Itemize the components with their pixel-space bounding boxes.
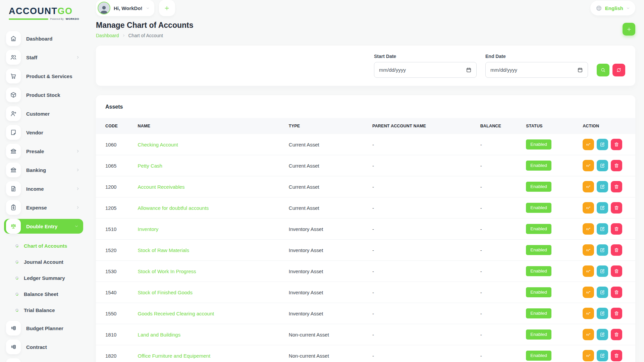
chevron-right-icon	[76, 187, 80, 191]
account-name-link[interactable]: Stock of Raw Materials	[138, 247, 189, 253]
trash-icon	[614, 226, 619, 232]
transactions-button[interactable]	[583, 181, 594, 192]
account-name-link[interactable]: Checking Account	[138, 142, 178, 147]
account-name-link[interactable]: Account Receivables	[138, 184, 185, 190]
start-date-input[interactable]: mm/dd/yyyy	[374, 62, 477, 78]
quick-add-button[interactable]	[159, 0, 175, 16]
delete-button[interactable]	[611, 181, 622, 192]
account-name-link[interactable]: Stock of Work In Progress	[138, 268, 196, 274]
transactions-button[interactable]	[583, 287, 594, 298]
status-badge: Enabled	[526, 182, 551, 192]
sidebar-item-income[interactable]: Income	[4, 181, 83, 196]
transactions-button[interactable]	[583, 308, 594, 319]
cell-balance: -	[476, 197, 522, 219]
delete-button[interactable]	[611, 308, 622, 319]
edit-button[interactable]	[597, 160, 608, 171]
status-badge: Enabled	[526, 308, 551, 318]
add-account-button[interactable]	[623, 23, 635, 36]
row-actions	[583, 160, 631, 171]
transactions-button[interactable]	[583, 265, 594, 277]
globe-icon	[596, 5, 602, 11]
edit-button[interactable]	[597, 350, 608, 361]
sidebar-item-vendor[interactable]: Vendor	[4, 125, 83, 140]
trash-icon	[614, 205, 619, 210]
calendar-icon[interactable]	[577, 67, 583, 73]
wave-icon	[586, 311, 591, 316]
edit-button[interactable]	[597, 202, 608, 214]
sidebar-item-product-services[interactable]: Product & Services	[4, 69, 83, 83]
edit-button[interactable]	[597, 139, 608, 150]
edit-button[interactable]	[597, 329, 608, 340]
account-name-link[interactable]: Allowance for doubtful accounts	[138, 205, 209, 211]
cell-code: 1530	[96, 261, 134, 282]
refresh-icon	[616, 67, 622, 73]
edit-button[interactable]	[597, 181, 608, 192]
search-button[interactable]	[597, 64, 609, 76]
coins-dollar-icon	[10, 344, 17, 350]
account-name-link[interactable]: Office Furniture and Equipement	[138, 353, 211, 359]
sidebar-item-contract[interactable]: Contract	[4, 340, 83, 354]
account-name-link[interactable]: Land and Buildings	[138, 332, 181, 338]
sidebar-item-double-entry[interactable]: Double Entry	[4, 219, 83, 234]
calendar-icon[interactable]	[466, 67, 472, 73]
sidebar-item-label: Dashboard	[26, 36, 52, 42]
sidebar-subitem-balance-sheet[interactable]: Balance Sheet	[4, 286, 83, 302]
bank-icon	[10, 148, 17, 155]
edit-button[interactable]	[597, 287, 608, 298]
sidebar-subitem-ledger-summary[interactable]: Ledger Summary	[4, 270, 83, 286]
cell-type: Inventory Asset	[285, 219, 368, 240]
bullet-icon	[15, 308, 19, 312]
sidebar-subitem-chart-of-accounts[interactable]: Chart of Accounts	[4, 238, 83, 254]
table-row: 1065 Petty Cash Current Asset - - Enable…	[96, 155, 635, 176]
transactions-button[interactable]	[583, 160, 594, 171]
cell-parent-account: -	[368, 261, 476, 282]
sidebar-item-expense[interactable]: Expense	[4, 200, 83, 215]
language-selector[interactable]: English	[590, 1, 635, 15]
delete-button[interactable]	[611, 139, 622, 150]
transactions-button[interactable]	[583, 350, 594, 361]
account-name-link[interactable]: Inventory	[138, 226, 159, 232]
sidebar-item-presale[interactable]: Presale	[4, 144, 83, 159]
transactions-button[interactable]	[583, 139, 594, 150]
wave-icon	[586, 247, 591, 253]
trash-icon	[614, 353, 619, 358]
transactions-button[interactable]	[583, 329, 594, 340]
end-date-input[interactable]: mm/dd/yyyy	[485, 62, 588, 78]
edit-icon	[600, 290, 605, 295]
sidebar-subitem-journal-account[interactable]: Journal Account	[4, 254, 83, 270]
delete-button[interactable]	[611, 160, 622, 171]
delete-button[interactable]	[611, 287, 622, 298]
delete-button[interactable]	[611, 244, 622, 256]
sidebar-item-customer[interactable]: Customer	[4, 106, 83, 121]
account-name-link[interactable]: Petty Cash	[138, 163, 162, 169]
edit-button[interactable]	[597, 308, 608, 319]
edit-button[interactable]	[597, 265, 608, 277]
page-head: Manage Chart of Accounts Dashboard Chart…	[96, 21, 635, 38]
delete-button[interactable]	[611, 202, 622, 214]
sidebar-item-staff[interactable]: Staff	[4, 50, 83, 65]
transactions-button[interactable]	[583, 202, 594, 214]
breadcrumb-dashboard-link[interactable]: Dashboard	[96, 33, 119, 38]
sidebar-item-dashboard[interactable]: Dashboard	[4, 31, 83, 46]
brand-logo[interactable]: ACCOUNTGO Powered By WORKDO	[0, 5, 87, 20]
delete-button[interactable]	[611, 350, 622, 361]
user-menu[interactable]: Hi, WorkDo!	[96, 0, 154, 16]
sidebar-subitem-trial-balance[interactable]: Trial Balance	[4, 302, 83, 318]
edit-button[interactable]	[597, 223, 608, 235]
file-icon	[10, 185, 17, 192]
account-name-link[interactable]: Goods Received Clearing account	[138, 311, 214, 316]
sidebar-item-banking[interactable]: Banking	[4, 163, 83, 177]
sidebar-item-product-stock[interactable]: Product Stock	[4, 87, 83, 102]
reset-button[interactable]	[612, 64, 625, 76]
transactions-button[interactable]	[583, 223, 594, 235]
edit-button[interactable]	[597, 244, 608, 256]
delete-button[interactable]	[611, 223, 622, 235]
account-name-link[interactable]: Stock of Finished Goods	[138, 290, 193, 295]
start-date-placeholder: mm/dd/yyyy	[379, 67, 406, 73]
start-date-field: Start Date mm/dd/yyyy	[374, 54, 477, 78]
sidebar-item-budget-planner[interactable]: Budget Planner	[4, 321, 83, 336]
delete-button[interactable]	[611, 265, 622, 277]
delete-button[interactable]	[611, 329, 622, 340]
note-icon	[10, 129, 17, 136]
transactions-button[interactable]	[583, 244, 594, 256]
